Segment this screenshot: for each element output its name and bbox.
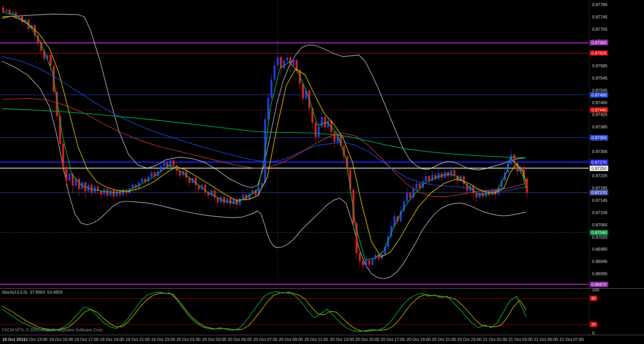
stoch-scale-label: 100 xyxy=(592,287,599,292)
price-tick-label: 0.87145 xyxy=(592,198,607,203)
time-tick-label: 19 Oct 13:00 xyxy=(23,337,48,342)
stoch-name: Stoch(13,3,5) xyxy=(2,290,27,294)
main-chart-canvas[interactable] xyxy=(0,0,589,288)
time-tick-label: 19 Oct 19:00 xyxy=(100,337,124,342)
price-tick-label: 0.87545 xyxy=(592,76,607,80)
price-tick-label: 0.87745 xyxy=(592,15,607,19)
time-tick-label: 20 Oct 09:00 xyxy=(279,337,303,342)
time-tick-label: 20 Oct 07:00 xyxy=(254,337,278,342)
time-tick-label: 21 Oct 01:00 xyxy=(483,337,507,342)
price-axis[interactable]: 0.877850.877450.877050.876650.876250.875… xyxy=(589,0,644,288)
stoch-signal-value: 53.4829 xyxy=(47,290,63,294)
price-tick-label: 0.87105 xyxy=(592,210,607,215)
stoch-indicator-label: Stoch(13,3,5)37.856353.4829 xyxy=(2,290,65,294)
price-tick-label: 0.86905 xyxy=(592,271,607,276)
time-tick-label: 20 Oct 21:00 xyxy=(432,337,456,342)
time-tick-label: 21 Oct 07:00 xyxy=(560,337,584,342)
stoch-scale-label: 20 xyxy=(590,322,597,327)
price-level-tag: 0.87250 xyxy=(590,166,608,171)
time-tick-label: 20 Oct 23:00 xyxy=(457,337,482,342)
price-level-tag: 0.87626 xyxy=(590,50,608,56)
price-tick-label: 0.86985 xyxy=(592,247,607,251)
price-tick-label: 0.87225 xyxy=(592,173,607,178)
price-level-tag: 0.87040 xyxy=(590,230,608,235)
time-axis[interactable]: 19 Oct 201119 Oct 13:0019 Oct 15:0019 Oc… xyxy=(0,335,644,344)
copyright-text: FXCM MT4, © 2001-2011 MetaQuotes Softwar… xyxy=(2,327,104,332)
time-tick-label: 21 Oct 03:00 xyxy=(509,337,533,342)
time-tick-label: 19 Oct 17:00 xyxy=(75,337,99,342)
price-tick-label: 0.87785 xyxy=(592,2,607,7)
time-tick-label: 20 Oct 11:00 xyxy=(304,337,328,342)
price-level-tag: 0.87490 xyxy=(590,92,608,98)
time-tick-label: 19 Oct 21:00 xyxy=(126,337,150,342)
time-tick-label: 20 Oct 03:00 xyxy=(202,337,227,342)
price-tick-label: 0.87305 xyxy=(592,149,607,154)
time-tick-label: 19 Oct 15:00 xyxy=(49,337,73,342)
price-tick-label: 0.87425 xyxy=(592,112,607,117)
time-tick-label: 20 Oct 19:00 xyxy=(407,337,431,342)
time-tick-label: 20 Oct 05:00 xyxy=(228,337,252,342)
price-level-tag: 0.87270 xyxy=(590,160,608,165)
time-tick-label: 20 Oct 17:00 xyxy=(381,337,405,342)
price-tick-label: 0.87385 xyxy=(592,125,607,129)
time-tick-label: 20 Oct 01:00 xyxy=(177,337,201,342)
time-tick-label: 20 Oct 13:00 xyxy=(330,337,354,342)
price-tick-label: 0.87025 xyxy=(592,235,607,239)
time-tick-label: 21 Oct 05:00 xyxy=(534,337,558,342)
time-tick-label: 19 Oct 23:00 xyxy=(151,337,175,342)
price-tick-label: 0.86945 xyxy=(592,259,607,264)
stoch-scale-label: 80 xyxy=(590,296,597,301)
price-level-tag: 0.87440 xyxy=(590,107,608,113)
time-tick-label: 19 Oct 2011 xyxy=(2,337,26,342)
price-level-tag: 0.87660 xyxy=(590,40,608,45)
stoch-main-value: 37.8563 xyxy=(30,290,45,294)
price-level-tag: 0.87170 xyxy=(590,190,608,195)
stoch-axis: 10080200 xyxy=(589,289,644,334)
price-tick-label: 0.87705 xyxy=(592,27,607,32)
mt4-chart-window: 0.877850.877450.877050.876650.876250.875… xyxy=(0,0,644,344)
price-tick-label: 0.87065 xyxy=(592,223,607,227)
price-level-tag: 0.86870 xyxy=(590,282,608,287)
price-tick-label: 0.87465 xyxy=(592,100,607,105)
time-tick-label: 20 Oct 15:00 xyxy=(355,337,380,342)
price-level-tag: 0.87350 xyxy=(590,135,608,140)
price-tick-label: 0.87585 xyxy=(592,63,607,68)
